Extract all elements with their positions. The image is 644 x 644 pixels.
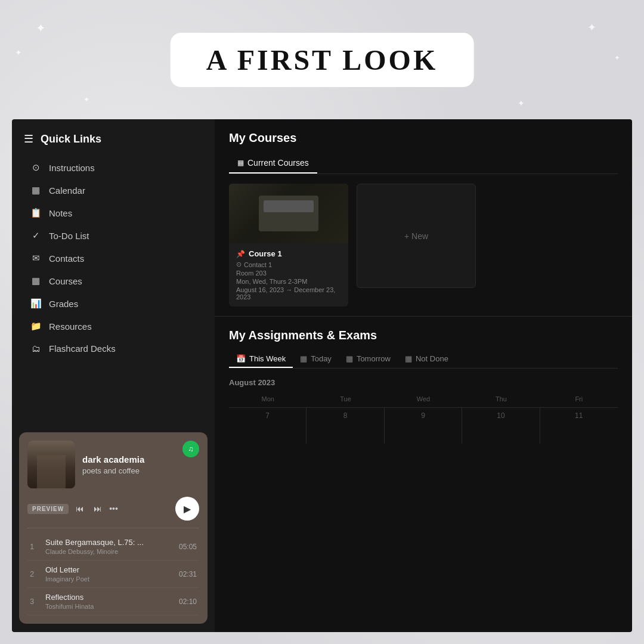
day-header-wed: Wed	[385, 393, 462, 405]
nav-item-flashcards[interactable]: 🗂 Flashcard Decks	[12, 338, 215, 360]
sparkle-icon: ✦	[15, 48, 22, 57]
filter-icon: ▦	[346, 354, 353, 363]
course-card[interactable]: 📌 Course 1 ⊙ Contact 1 Room 203 Mon, Wed…	[229, 184, 348, 306]
track-artist: Toshifumi Hinata	[45, 603, 179, 610]
sparkle-icon: ✦	[83, 95, 89, 104]
new-course-label: + New	[404, 231, 428, 241]
day-header-thu: Thu	[462, 393, 540, 405]
course-contact: ⊙ Contact 1	[236, 261, 341, 268]
course-name-row: 📌 Course 1	[236, 249, 341, 258]
track-duration: 02:10	[179, 597, 197, 606]
filter-tab-this-week[interactable]: 📅 This Week	[229, 351, 293, 368]
sparkle-icon: ✦	[614, 54, 620, 62]
right-panel: My Courses ▦ Current Courses 📌	[215, 119, 632, 632]
tab-current-courses[interactable]: ▦ Current Courses	[229, 153, 317, 174]
courses-section: My Courses ▦ Current Courses 📌	[215, 119, 632, 317]
filter-label: Tomorrow	[357, 354, 391, 363]
skip-back-button[interactable]: ⏮	[73, 501, 86, 516]
page-title: A FIRST LOOK	[206, 44, 438, 76]
nav-item-notes[interactable]: 📋 Notes	[12, 202, 215, 224]
sidebar-header: ☰ Quick Links	[12, 119, 215, 154]
track-item[interactable]: 3 Reflections Toshifumi Hinata 02:10	[27, 588, 199, 615]
filter-label: Today	[311, 354, 332, 363]
album-art	[27, 441, 75, 488]
play-button[interactable]: ▶	[175, 497, 199, 521]
sidebar-title: Quick Links	[41, 133, 101, 145]
contact-icon: ⊙	[236, 261, 242, 268]
filter-icon: ▦	[300, 354, 307, 363]
tab-icon: ▦	[237, 159, 244, 167]
day-cell-8: 8	[306, 408, 384, 444]
filter-icon: 📅	[236, 354, 246, 363]
preview-badge: PREVIEW	[27, 504, 69, 514]
nav-item-contacts[interactable]: ✉ Contacts	[12, 247, 215, 270]
track-artist: Claude Debussy, Minoire	[45, 548, 179, 555]
filter-tab-not-done[interactable]: ▦ Not Done	[398, 351, 456, 368]
nav-item-todo[interactable]: ✓ To-Do List	[12, 224, 215, 247]
filter-tabs: 📅 This Week ▦ Today ▦ Tomorrow ▦ Not Don…	[229, 351, 618, 369]
nav-item-courses[interactable]: ▦ Courses	[12, 270, 215, 292]
new-course-card[interactable]: + New	[357, 184, 476, 288]
day-number: 10	[467, 411, 534, 420]
instructions-icon: ⊙	[30, 162, 42, 173]
course-thumbnail	[229, 184, 348, 243]
week-row: 7 8 9 10 11	[229, 407, 618, 444]
day-header-fri: Fri	[540, 393, 618, 405]
course-details: 📌 Course 1 ⊙ Contact 1 Room 203 Mon, Wed…	[229, 243, 348, 306]
calendar-icon: ▦	[30, 185, 42, 196]
resources-icon: 📁	[30, 321, 42, 332]
track-name: Suite Bergamasque, L.75: ...	[45, 538, 179, 547]
track-name: Reflections	[45, 593, 179, 602]
nav-item-calendar[interactable]: ▦ Calendar	[12, 179, 215, 202]
sparkle-icon: ✦	[587, 21, 596, 34]
hamburger-icon[interactable]: ☰	[24, 132, 33, 145]
course-room: Room 203	[236, 270, 341, 277]
day-number: 7	[234, 411, 301, 420]
nav-item-instructions[interactable]: ⊙ Instructions	[12, 156, 215, 179]
filter-label: Not Done	[416, 354, 448, 363]
track-duration: 05:05	[179, 543, 197, 551]
course-dates: August 16, 2023 → December 23, 2023	[236, 286, 341, 301]
track-item[interactable]: 2 Old Letter Imaginary Poet 02:31	[27, 561, 199, 588]
day-number: 11	[545, 411, 613, 420]
courses-tabs-row: ▦ Current Courses	[229, 153, 618, 174]
course-schedule: Mon, Wed, Thurs 2-3PM	[236, 278, 341, 285]
player-top: dark academia poets and coffee ♫	[27, 441, 199, 488]
track-number: 1	[30, 542, 41, 551]
notes-icon: 📋	[30, 208, 42, 218]
contacts-icon: ✉	[30, 253, 42, 264]
sparkle-icon: ✦	[36, 21, 46, 35]
spotify-logo: ♫	[182, 441, 199, 457]
nav-item-grades[interactable]: 📊 Grades	[12, 292, 215, 315]
day-cell-7: 7	[229, 408, 306, 444]
assignments-title: My Assignments & Exams	[229, 329, 618, 342]
nav-label-notes: Notes	[49, 208, 72, 218]
playlist-name: dark academia	[82, 454, 175, 466]
track-name: Old Letter	[45, 565, 179, 574]
nav-label-flashcards: Flashcard Decks	[49, 343, 116, 354]
more-options-icon[interactable]: •••	[109, 504, 118, 513]
tab-label: Current Courses	[247, 158, 309, 168]
track-item[interactable]: 1 Suite Bergamasque, L.75: ... Claude De…	[27, 533, 199, 561]
main-container: ☰ Quick Links ⊙ Instructions ▦ Calendar …	[12, 119, 632, 632]
skip-forward-button[interactable]: ⏭	[91, 501, 104, 516]
player-controls: PREVIEW ⏮ ⏭ ••• ▶	[27, 497, 199, 521]
course-image	[229, 184, 348, 243]
nav-items: ⊙ Instructions ▦ Calendar 📋 Notes ✓ To-D…	[12, 154, 215, 426]
left-panel: ☰ Quick Links ⊙ Instructions ▦ Calendar …	[12, 119, 215, 632]
filter-tab-today[interactable]: ▦ Today	[293, 351, 339, 368]
filter-tab-tomorrow[interactable]: ▦ Tomorrow	[339, 351, 398, 368]
sparkle-icon: ✦	[518, 98, 525, 108]
day-number: 8	[311, 411, 379, 420]
nav-item-resources[interactable]: 📁 Resources	[12, 315, 215, 338]
courses-icon: ▦	[30, 275, 42, 286]
week-header: Mon Tue Wed Thu Fri	[229, 393, 618, 405]
day-cell-10: 10	[462, 408, 540, 444]
filter-label: This Week	[249, 354, 286, 363]
courses-grid: 📌 Course 1 ⊙ Contact 1 Room 203 Mon, Wed…	[229, 184, 618, 306]
grades-icon: 📊	[30, 298, 42, 309]
day-header-mon: Mon	[229, 393, 306, 405]
filter-icon: ▦	[405, 354, 412, 363]
playlist-sub: poets and coffee	[82, 466, 175, 475]
calendar-grid: August 2023 Mon Tue Wed Thu Fri 7 8	[229, 378, 618, 444]
